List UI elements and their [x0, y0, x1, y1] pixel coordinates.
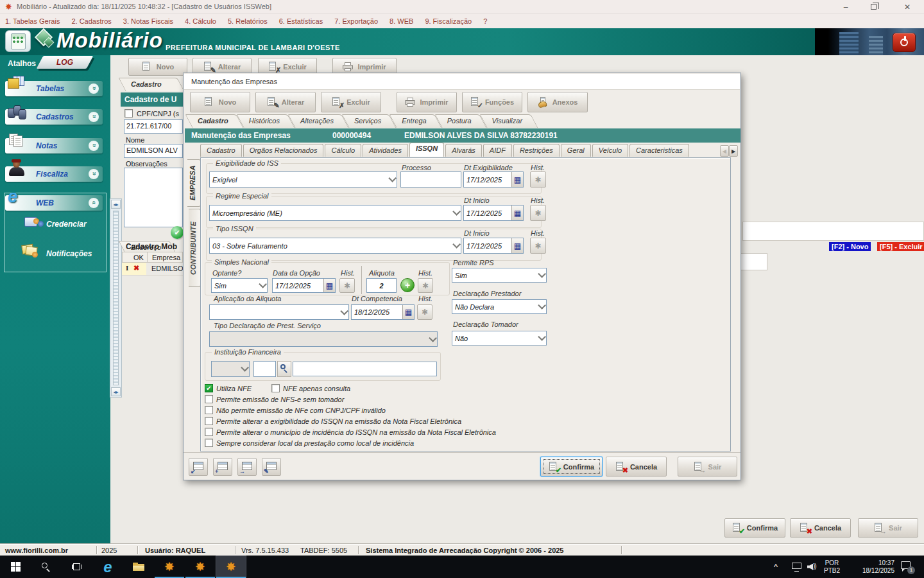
alterar-exigibilidade-checkbox[interactable]: ✔ — [205, 417, 213, 425]
tab-historicos[interactable]: Históricos — [240, 114, 291, 128]
aliquota-input[interactable]: 2 — [366, 278, 397, 293]
tab-visualizar[interactable]: Visualizar — [483, 114, 535, 128]
sair-button-main[interactable]: → Sair — [858, 518, 918, 538]
hist-data-opcao-button[interactable]: ✱ — [339, 278, 355, 293]
calendar-icon[interactable]: ▦ — [511, 238, 523, 253]
maximize-button[interactable] — [860, 0, 888, 14]
observacoes-textarea[interactable] — [124, 168, 183, 227]
hist-tipo-issqn-button[interactable]: ✱ — [530, 238, 546, 254]
tray-language-button[interactable]: POR PTB2 — [824, 556, 840, 578]
dt-exigibilidade-input[interactable]: 17/12/2025▦ — [463, 171, 524, 188]
menu-help[interactable]: ? — [483, 17, 487, 25]
dialog-novo-button[interactable]: Novo — [190, 92, 250, 112]
scroll-arrows-bottom[interactable]: ◂▸ — [111, 387, 121, 396]
menu-exportacao[interactable]: 7. Exportação — [334, 17, 378, 25]
novo-button[interactable]: Novo — [128, 58, 187, 76]
dialog-nav-first-button[interactable]: ↙ — [189, 458, 208, 476]
calendar-icon[interactable]: ▦ — [511, 206, 523, 220]
nfse-sem-tomador-checkbox[interactable]: ✔ — [205, 395, 213, 403]
log-badge[interactable]: LOG — [40, 56, 90, 69]
expand-chevron-icon[interactable]: « — [89, 112, 99, 122]
exigibilidade-select[interactable]: Exigível — [209, 171, 397, 188]
close-button[interactable]: ✕ — [893, 0, 921, 14]
tab-postura[interactable]: Postura — [438, 114, 483, 128]
tray-chevron-button[interactable]: ^ — [774, 556, 778, 578]
taskbar-app2-button[interactable]: ✸ — [185, 556, 216, 578]
calendar-icon[interactable]: ▦ — [402, 305, 414, 319]
instituicao-codigo-input[interactable] — [253, 361, 276, 377]
tab-orgaos-relacionados[interactable]: Orgãos Relacionados — [243, 144, 324, 157]
tab-alvaras[interactable]: Alvarás — [445, 144, 482, 157]
taskbar-search-button[interactable] — [31, 556, 62, 578]
taskbar-explorer-button[interactable] — [123, 556, 154, 578]
tab-inner-cadastro[interactable]: Cadastro — [200, 144, 242, 157]
declaracao-tomador-select[interactable]: Não — [452, 331, 547, 346]
expand-chevron-icon[interactable]: « — [89, 83, 99, 94]
confirma-button-main[interactable]: ✔ Confirma — [724, 518, 785, 538]
tab-alteracoes[interactable]: Alterações — [291, 114, 345, 128]
permite-rps-select[interactable]: Sim — [452, 268, 547, 283]
utiliza-nfe-checkbox[interactable]: ✔ — [205, 384, 213, 392]
menu-web[interactable]: 8. WEB — [389, 17, 413, 25]
dt-competencia-input[interactable]: 18/12/2025▦ — [351, 304, 415, 320]
optante-select[interactable]: Sim — [211, 278, 268, 293]
calendar-icon[interactable]: ▦ — [511, 172, 523, 187]
dialog-imprimir-button[interactable]: Imprimir — [397, 92, 457, 112]
dialog-confirma-button[interactable]: ✔ Confirma — [540, 457, 603, 477]
hist-competencia-button[interactable]: ✱ — [417, 304, 432, 320]
collapse-chevron-icon[interactable]: « — [89, 198, 99, 208]
tab-cadastro-bg[interactable]: Cadastro — [122, 78, 181, 91]
tray-network-button[interactable] — [792, 556, 802, 578]
list-row[interactable]: I ✖ EDMILSO — [122, 263, 183, 276]
alterar-municipio-checkbox[interactable]: ✔ — [205, 428, 213, 436]
power-button[interactable] — [893, 33, 916, 52]
dialog-sair-button[interactable]: → Sair — [678, 457, 737, 477]
instituicao-lookup-button[interactable] — [277, 361, 291, 377]
tab-veiculo[interactable]: Veículo — [592, 144, 628, 157]
nome-input[interactable]: EDMILSON ALV — [124, 144, 183, 158]
tipo-issqn-select[interactable]: 03 - Sobre Faturamento — [209, 238, 461, 254]
start-button[interactable] — [0, 556, 31, 578]
menu-relatorios[interactable]: 5. Relatórios — [228, 17, 268, 25]
cancela-button-main[interactable]: ✖ Cancela — [790, 518, 851, 538]
local-prestacao-checkbox[interactable]: ✔ — [205, 439, 213, 447]
nfe-apenas-consulta-checkbox[interactable]: ✔ — [271, 384, 280, 392]
tab-aidf[interactable]: AIDF — [483, 144, 512, 157]
expand-chevron-icon[interactable]: « — [89, 141, 99, 151]
cpf-input[interactable]: 21.721.617/00 — [124, 119, 183, 134]
instituicao-nome-input[interactable] — [293, 362, 437, 376]
calendar-icon[interactable]: ▦ — [323, 279, 335, 292]
menu-calculo[interactable]: 4. Cálculo — [185, 17, 216, 25]
hist-exigibilidade-button[interactable]: ✱ — [530, 171, 546, 188]
dialog-anexos-button[interactable]: Anexos — [527, 92, 588, 112]
tab-scroll-right-button[interactable]: ▸ — [729, 145, 738, 157]
col-empresa[interactable]: Empresa — [152, 254, 180, 261]
dialog-alterar-button[interactable]: ✎ Alterar — [255, 92, 316, 112]
tab-contribuinte[interactable]: CONTRIBUINTE — [189, 209, 201, 287]
regime-select[interactable]: Microempresário (ME) — [209, 205, 461, 221]
dialog-nav-insert-button[interactable]: + — [213, 458, 232, 476]
tray-clock-button[interactable]: 10:37 18/12/2025 — [848, 556, 894, 578]
menu-tabelas-gerais[interactable]: 1. Tabelas Gerais — [5, 17, 60, 25]
menu-fiscalizacao[interactable]: 9. Fiscalização — [425, 17, 472, 25]
menu-notas-fiscais[interactable]: 3. Notas Fiscais — [123, 17, 173, 25]
hist-aliquota-button[interactable]: ✱ — [418, 278, 433, 293]
tab-entrega[interactable]: Entrega — [393, 114, 438, 128]
tab-geral[interactable]: Geral — [561, 144, 591, 157]
scrollbar-track[interactable] — [113, 211, 119, 385]
expand-chevron-icon[interactable]: « — [89, 169, 99, 179]
data-opcao-input[interactable]: 17/12/2025▦ — [272, 278, 336, 293]
tipo-declaracao-select[interactable] — [209, 331, 438, 347]
taskbar-app1-button[interactable]: ✸ — [154, 556, 185, 578]
notification-center-button[interactable]: 1 — [901, 556, 914, 578]
taskbar-app3-button-active[interactable]: ✸ — [216, 556, 246, 578]
taskbar-ie-button[interactable]: e — [92, 556, 123, 578]
tray-volume-button[interactable]: )) — [807, 556, 817, 578]
tab-calculo[interactable]: Cálculo — [325, 144, 361, 157]
sidebar-item-notificacoes[interactable]: Notificações — [46, 249, 92, 258]
dialog-cancela-button[interactable]: ✖ Cancela — [606, 457, 667, 477]
dialog-nav-next-button[interactable]: → — [237, 458, 257, 476]
hist-regime-button[interactable]: ✱ — [530, 205, 546, 221]
dialog-nav-edit-button[interactable]: ✎ — [262, 458, 281, 476]
dialog-excluir-button[interactable]: ✗ Excluir — [321, 92, 381, 112]
